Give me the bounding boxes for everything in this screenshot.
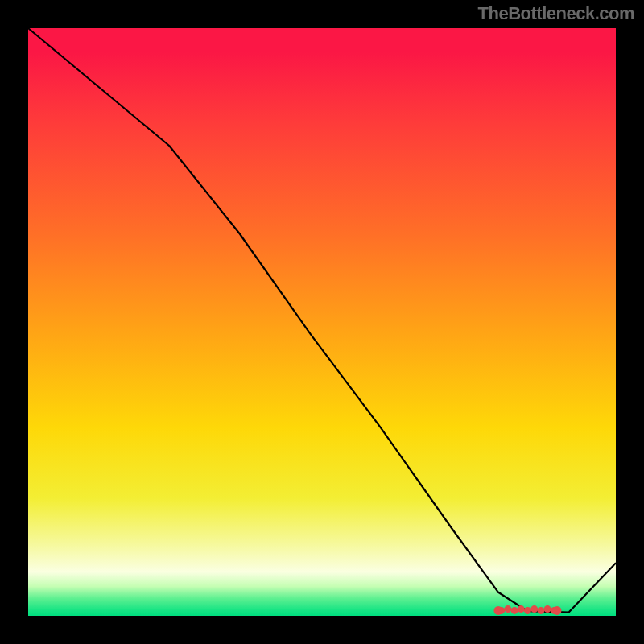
marker-dot <box>544 605 551 613</box>
marker-dot <box>524 607 531 614</box>
marker-dot <box>518 605 525 613</box>
marker-dot <box>537 607 544 614</box>
plot-area <box>28 28 616 616</box>
chart-frame: TheBottleneck.com <box>0 0 644 644</box>
marker-dot <box>553 606 562 615</box>
marker-dot <box>504 605 511 613</box>
attribution-text: TheBottleneck.com <box>478 3 634 24</box>
marker-group <box>494 605 562 615</box>
markers-svg <box>28 28 616 616</box>
marker-dot <box>530 605 538 613</box>
marker-dot <box>494 606 503 615</box>
marker-dot <box>511 607 518 614</box>
